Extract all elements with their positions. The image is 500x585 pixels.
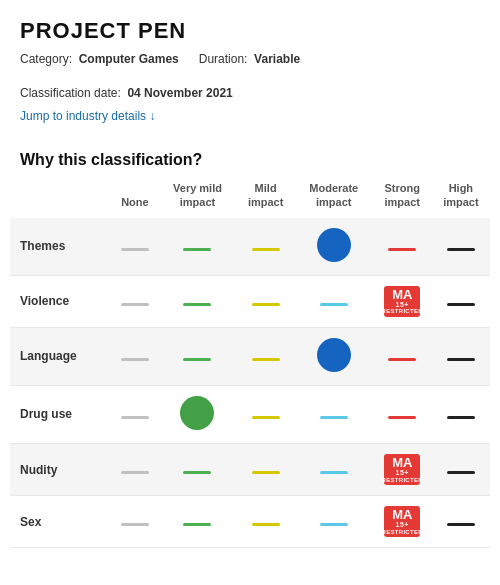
dash-grey <box>121 248 149 251</box>
dash-blue-light <box>320 523 348 526</box>
classification-table-container: None Very mildimpact Mildimpact Moderate… <box>0 177 500 548</box>
meta-row: Category: Computer Games Duration: Varia… <box>20 52 480 100</box>
cell-high <box>432 275 490 327</box>
cell-strong: MA 15+ RESTRICTED <box>373 443 432 495</box>
cell-moderate <box>295 443 373 495</box>
row-label: Language <box>10 327 111 385</box>
dash-blue-light <box>320 471 348 474</box>
ma-badge: MA 15+ RESTRICTED <box>384 454 420 485</box>
cell-none <box>111 496 158 548</box>
dash-black <box>447 416 475 419</box>
cell-high <box>432 327 490 385</box>
dash-black <box>447 471 475 474</box>
cell-mild <box>237 327 295 385</box>
table-row: Themes <box>10 218 490 276</box>
category-value: Computer Games <box>79 52 179 66</box>
cell-very-mild <box>158 275 236 327</box>
cell-strong <box>373 218 432 276</box>
cell-high <box>432 218 490 276</box>
dash-yellow <box>252 471 280 474</box>
dash-black <box>447 303 475 306</box>
cell-strong: MA 15+ RESTRICTED <box>373 496 432 548</box>
ma-badge: MA 15+ RESTRICTED <box>384 506 420 537</box>
dash-grey <box>121 303 149 306</box>
dash-black <box>447 358 475 361</box>
cell-none <box>111 275 158 327</box>
dash-blue-light <box>320 303 348 306</box>
cell-moderate <box>295 496 373 548</box>
cell-moderate <box>295 327 373 385</box>
row-label: Sex <box>10 496 111 548</box>
dash-yellow <box>252 358 280 361</box>
table-row: Violence MA 15+ RESTRICTED <box>10 275 490 327</box>
cell-none <box>111 443 158 495</box>
table-row: Sex MA 15+ RESTRICTED <box>10 496 490 548</box>
col-high: Highimpact <box>432 177 490 218</box>
cell-strong <box>373 327 432 385</box>
dash-grey <box>121 523 149 526</box>
table-row: Nudity MA 15+ RESTRICTED <box>10 443 490 495</box>
col-strong: Strongimpact <box>373 177 432 218</box>
cell-mild <box>237 275 295 327</box>
ma-badge: MA 15+ RESTRICTED <box>384 286 420 317</box>
col-none: None <box>111 177 158 218</box>
dash-blue-light <box>320 416 348 419</box>
row-label: Drug use <box>10 385 111 443</box>
dash-green <box>183 303 211 306</box>
cell-mild <box>237 385 295 443</box>
row-label: Themes <box>10 218 111 276</box>
dash-red <box>388 248 416 251</box>
circle-blue <box>317 228 351 262</box>
cell-moderate <box>295 385 373 443</box>
cell-none <box>111 327 158 385</box>
cell-none <box>111 385 158 443</box>
cell-high <box>432 496 490 548</box>
section-title: Why this classification? <box>0 141 500 177</box>
cell-high <box>432 385 490 443</box>
duration-meta: Duration: Variable <box>199 52 300 66</box>
dash-grey <box>121 358 149 361</box>
table-row: Language <box>10 327 490 385</box>
circle-blue <box>317 338 351 372</box>
classification-date-value: 04 November 2021 <box>127 86 232 100</box>
circle-green <box>180 396 214 430</box>
classification-table: None Very mildimpact Mildimpact Moderate… <box>10 177 490 548</box>
dash-grey <box>121 416 149 419</box>
cell-moderate <box>295 275 373 327</box>
dash-yellow <box>252 248 280 251</box>
dash-black <box>447 523 475 526</box>
cell-very-mild <box>158 327 236 385</box>
cell-strong: MA 15+ RESTRICTED <box>373 275 432 327</box>
col-mild: Mildimpact <box>237 177 295 218</box>
dash-red <box>388 358 416 361</box>
classification-date-meta: Classification date: 04 November 2021 <box>20 86 233 100</box>
dash-red <box>388 416 416 419</box>
cell-strong <box>373 385 432 443</box>
cell-very-mild <box>158 218 236 276</box>
cell-mild <box>237 218 295 276</box>
col-category <box>10 177 111 218</box>
dash-yellow <box>252 523 280 526</box>
dash-black <box>447 248 475 251</box>
cell-none <box>111 218 158 276</box>
table-header-row: None Very mildimpact Mildimpact Moderate… <box>10 177 490 218</box>
cell-very-mild <box>158 496 236 548</box>
row-label: Nudity <box>10 443 111 495</box>
cell-mild <box>237 443 295 495</box>
page-title: PROJECT PEN <box>20 18 480 44</box>
dash-yellow <box>252 416 280 419</box>
dash-green <box>183 358 211 361</box>
dash-green <box>183 523 211 526</box>
dash-green <box>183 471 211 474</box>
category-meta: Category: Computer Games <box>20 52 179 66</box>
page-header: PROJECT PEN Category: Computer Games Dur… <box>0 0 500 141</box>
dash-grey <box>121 471 149 474</box>
cell-mild <box>237 496 295 548</box>
cell-very-mild <box>158 385 236 443</box>
dash-yellow <box>252 303 280 306</box>
col-very-mild: Very mildimpact <box>158 177 236 218</box>
cell-moderate <box>295 218 373 276</box>
jump-to-industry-link[interactable]: Jump to industry details ↓ <box>20 109 155 123</box>
table-row: Drug use <box>10 385 490 443</box>
cell-very-mild <box>158 443 236 495</box>
